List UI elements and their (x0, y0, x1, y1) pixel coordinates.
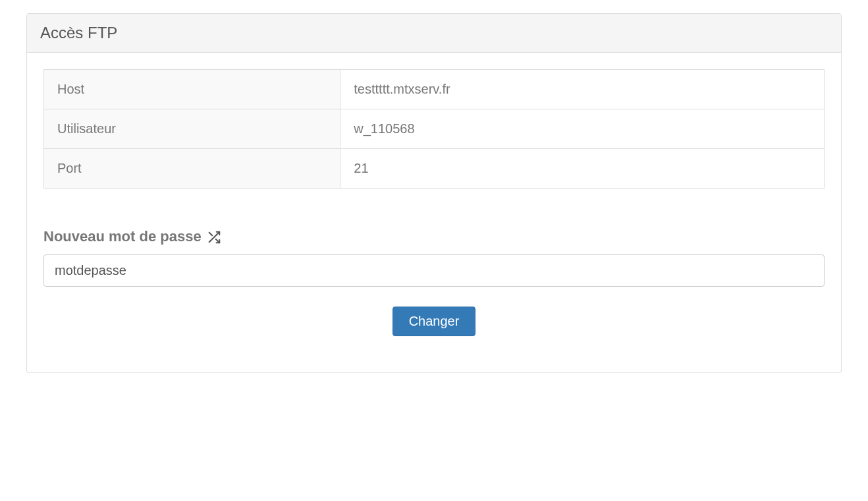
port-label: Port (44, 149, 340, 189)
panel-body: Host testtttt.mtxserv.fr Utilisateur w_1… (27, 53, 841, 372)
host-label: Host (44, 70, 340, 109)
form-actions: Changer (43, 307, 825, 336)
panel-title: Accès FTP (40, 24, 828, 42)
ftp-info-table: Host testtttt.mtxserv.fr Utilisateur w_1… (43, 69, 825, 189)
shuffle-icon[interactable] (207, 229, 221, 245)
user-value: w_110568 (340, 109, 825, 149)
panel-heading: Accès FTP (27, 14, 841, 53)
change-button[interactable]: Changer (393, 307, 476, 336)
host-value: testtttt.mtxserv.fr (340, 70, 825, 109)
table-row: Port 21 (44, 149, 825, 189)
user-label: Utilisateur (44, 109, 340, 149)
table-row: Host testtttt.mtxserv.fr (44, 70, 825, 109)
password-label-row: Nouveau mot de passe (43, 228, 825, 245)
ftp-access-panel: Accès FTP Host testtttt.mtxserv.fr Utili… (26, 13, 842, 373)
table-row: Utilisateur w_110568 (44, 109, 825, 149)
password-field-label: Nouveau mot de passe (43, 228, 202, 245)
password-form: Nouveau mot de passe Changer (43, 228, 825, 336)
port-value: 21 (340, 149, 825, 189)
svg-line-2 (209, 233, 212, 236)
password-input[interactable] (43, 254, 825, 287)
